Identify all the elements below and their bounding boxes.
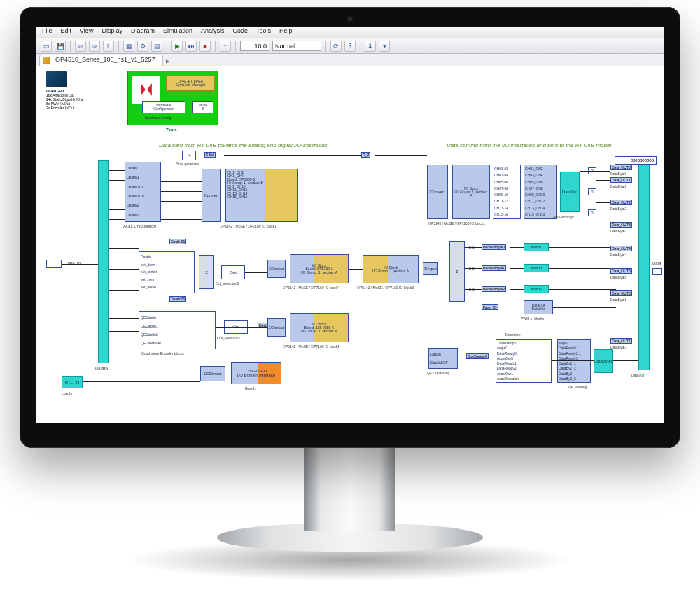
model-tab-label: OP4510_Series_100_ns1_v1_5257 <box>55 56 155 63</box>
convert-block-2[interactable]: Convert <box>427 164 448 219</box>
led-block[interactable]: USER LED I/O Bitmain interface <box>231 362 281 384</box>
build-icon[interactable]: ⬇ <box>365 41 376 52</box>
zsel-tag[interactable]: Z-Sel <box>204 152 216 158</box>
explorer-icon[interactable]: ▤ <box>151 41 162 52</box>
mux-1[interactable]: 0 <box>588 188 596 195</box>
io-block-2[interactable]: I/O Block Board: 125-0256-A I/O Group: 1… <box>290 313 349 342</box>
chevron-right-icon: ▸ <box>166 57 169 64</box>
ch-col-2[interactable]: CH01_CH2CH03_CH4CH05_CH6CH07_CH8CH09_CH1… <box>524 164 557 219</box>
breadcrumb-bar: OP4510_Series_100_ns1_v1_5257 ▸ <box>36 54 664 66</box>
led-input[interactable]: LEDinput <box>200 366 225 382</box>
menu-display[interactable]: Display <box>102 27 122 37</box>
model-tab[interactable]: OP4510_Series_100_ns1_v1_5257 ▸ <box>39 55 163 66</box>
ain-packing[interactable]: DataOut <box>560 172 580 212</box>
word1[interactable]: Word1 <box>524 264 549 272</box>
doutput-block-2[interactable]: DOutput <box>267 318 286 337</box>
section-in-label: Data coming from the I/O interfaces and … <box>447 142 611 148</box>
monitor-frame: File Edit View Display Diagram Simulatio… <box>20 7 680 448</box>
menu-view[interactable]: View <box>80 27 93 37</box>
word2[interactable]: Word2 <box>524 285 549 293</box>
diagram-canvas[interactable]: OPAL-RT 16x Analog In/Out 24x Static Dig… <box>36 66 664 423</box>
xilinx-icon <box>132 76 160 104</box>
menu-help[interactable]: Help <box>279 27 293 37</box>
config-icon[interactable]: ⚙ <box>137 41 148 52</box>
sigma-block-1[interactable]: Σ <box>199 255 214 289</box>
sim-mode-select[interactable]: Normal <box>272 41 321 51</box>
stop-icon[interactable]: ■ <box>200 41 211 52</box>
back-icon[interactable]: ⇦ <box>75 41 86 52</box>
aout-unpacking-label: AOut Unpacking0 <box>123 224 156 228</box>
model-icon <box>43 57 50 64</box>
hw-config-block[interactable]: Hardware Configuration <box>142 101 186 113</box>
qe-packing[interactable]: angle1DataReady1.1DataReady2.1DataReady3… <box>557 340 591 383</box>
deploy-icon[interactable]: ▾ <box>379 41 390 52</box>
fwd-icon[interactable]: ⇨ <box>89 41 100 52</box>
out-sel-block[interactable]: Out <box>221 265 245 279</box>
opal-logo-icon <box>46 71 67 88</box>
booleanbyte2[interactable]: BooleanByte2 <box>482 286 506 292</box>
booleanbyte0[interactable]: BooleanByte0 <box>482 244 506 250</box>
stop-time-field[interactable]: 10.0 <box>240 41 270 51</box>
selection-box[interactable]: DataIn set_down set_center set_zero set_… <box>139 251 195 293</box>
qe-packing-out[interactable]: DataBytes <box>594 349 613 373</box>
menu-file[interactable]: File <box>42 27 52 37</box>
datain01[interactable]: DataIn01 <box>169 239 186 244</box>
rz-tag[interactable]: R_Z <box>361 152 370 158</box>
opal-spec-3: 2x Encoder In/Out <box>46 106 130 110</box>
hw-note: Hardware Config <box>145 115 172 120</box>
aout-unpacking[interactable]: DataIn DataIn1 DataInTDI DataInTDI2 Data… <box>125 162 161 222</box>
dataout-bus[interactable] <box>638 160 650 370</box>
menu-diagram[interactable]: Diagram <box>131 27 155 37</box>
decoders-block[interactable]: Timestamp0angle0DataReady0AccelDur0DataR… <box>496 340 552 383</box>
mode-block[interactable]: Mode 0 <box>192 101 214 113</box>
io-block-4[interactable]: I/O Block Board: OP5330-2 I/O Group: 1, … <box>290 254 349 284</box>
qe-unpack[interactable]: DataIn DataInEOF <box>428 348 458 369</box>
menu-analysis[interactable]: Analysis <box>201 27 225 37</box>
doutput-block[interactable]: DOutput <box>267 260 286 278</box>
convert-block-1[interactable]: Convert <box>202 169 221 222</box>
from-io[interactable]: From_IO <box>482 304 498 310</box>
tools-label: Tools <box>166 127 177 132</box>
fpga-manager-block[interactable]: OPAL-RT FPGA Synthesis Manager <box>166 76 215 91</box>
ch-col-1: CH01-02CH03-04CH05-06CH07-08CH09-10CH11-… <box>493 164 521 219</box>
menu-edit[interactable]: Edit <box>61 27 72 37</box>
step-icon[interactable]: ⏭ <box>186 41 197 52</box>
fastrestart-icon[interactable]: ⟳ <box>330 41 342 52</box>
new-icon[interactable]: ▭ <box>41 41 52 52</box>
run-icon[interactable]: ▶ <box>172 41 183 52</box>
signal-icon[interactable]: 〰 <box>220 41 231 52</box>
dinput-block[interactable]: DInput <box>423 262 438 275</box>
booleanbyte1[interactable]: BooleanByte1 <box>482 265 506 271</box>
io-block-1[interactable]: CH1_CH2 CH3_CH4 Board: OP5330-3 IO Group… <box>225 169 298 222</box>
opal-info: OPAL-RT 16x Analog In/Out 24x Static Dig… <box>46 71 130 110</box>
up-icon[interactable]: ⇧ <box>103 41 114 52</box>
encoder-block[interactable]: QEDataIn QEDataIn1 QEDataIn2 QEUserreset <box>139 312 216 349</box>
menu-code[interactable]: Code <box>232 27 248 37</box>
word0[interactable]: Word0 <box>524 243 549 251</box>
mux-2[interactable]: 0 <box>588 209 596 216</box>
pwm-in[interactable]: DataOut DataInfo <box>524 300 553 314</box>
library-icon[interactable]: ▦ <box>123 41 134 52</box>
datain06[interactable]: DataIn06 <box>169 296 186 302</box>
menu-tools[interactable]: Tools <box>256 27 271 37</box>
tune-icon[interactable]: 🎚 <box>344 41 356 52</box>
inport-data-in[interactable] <box>46 260 62 268</box>
outport-data-out[interactable] <box>652 268 662 275</box>
datain-bus[interactable] <box>98 160 109 363</box>
rtl-in[interactable]: RTL_IN <box>62 376 83 388</box>
sine-gen[interactable]: ∿ <box>182 150 196 160</box>
save-icon[interactable]: 💾 <box>55 41 66 52</box>
menu-simulation[interactable]: Simulation <box>163 27 192 37</box>
app-screen: File Edit View Display Diagram Simulatio… <box>36 27 664 423</box>
toolbar: ▭ 💾 ⇦ ⇨ ⇧ ▦ ⚙ ▤ ▶ ⏭ ■ 〰 10.0 Normal ⟳ 🎚 … <box>36 38 664 54</box>
io-block-3[interactable]: I/O Block I/O Group: 1, section: A <box>363 255 419 284</box>
fpga-config-box[interactable]: OPAL-RT FPGA Synthesis Manager Hardware … <box>127 71 218 125</box>
io-right-left[interactable]: I/O Block I/O Group: 1, section: A <box>452 164 490 219</box>
menu-bar: File Edit View Display Diagram Simulatio… <box>36 27 664 38</box>
camera-dot <box>347 16 353 22</box>
display-readout: 0000000000 <box>615 156 657 164</box>
section-out-label: Data sent from RT-LAB towards the analog… <box>159 142 328 148</box>
sigma-block-2[interactable]: Σ <box>449 241 465 302</box>
